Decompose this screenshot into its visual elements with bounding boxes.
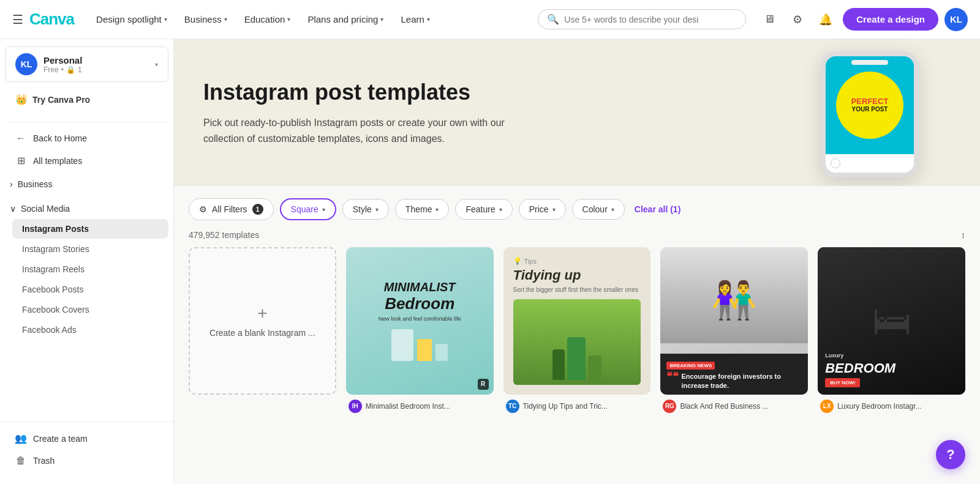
chevron-down-icon: ▾ bbox=[224, 16, 227, 23]
main-layout: KL Personal Free • 🔒 1 ▾ 👑 Try Canva Pro… bbox=[0, 39, 980, 484]
chevron-down-icon: ▾ bbox=[287, 16, 290, 23]
topnav-right-area: 🖥 ⚙ 🔔 Create a design KL bbox=[758, 8, 968, 31]
sidebar-bottom: 👥 Create a team 🗑 Trash bbox=[0, 422, 173, 477]
results-count: 479,952 templates bbox=[189, 230, 259, 240]
create-blank-label: Create a blank Instagram ... bbox=[202, 328, 323, 338]
minimalist-bedroom-card-wrapper[interactable]: MINIMALISTBedroom New look and feel comf… bbox=[346, 247, 494, 415]
filter-bar: ⚙ All Filters 1 Square ▾ Style ▾ Theme ▾… bbox=[174, 186, 980, 228]
luxury-template[interactable]: 🛏 Luxury BEDROOM BUY NOW! bbox=[818, 247, 965, 395]
nav-learn[interactable]: Learn ▾ bbox=[393, 9, 437, 29]
sidebar-section-title-social-media[interactable]: ∨ Social Media bbox=[5, 199, 168, 218]
nav-links: Design spotlight ▾ Business ▾ Education … bbox=[89, 9, 533, 29]
chevron-right-icon: › bbox=[10, 179, 13, 189]
hamburger-menu-icon[interactable]: ☰ bbox=[12, 12, 23, 27]
news-card-label: Black And Red Business ... bbox=[680, 402, 768, 411]
create-team-label: Create a team bbox=[33, 434, 88, 444]
colour-filter-button[interactable]: Colour ▾ bbox=[572, 199, 625, 220]
chevron-down-icon: ▾ bbox=[499, 206, 502, 213]
all-filters-button[interactable]: ⚙ All Filters 1 bbox=[189, 198, 274, 220]
top-navigation: ☰ Canva Design spotlight ▾ Business ▾ Ed… bbox=[0, 0, 980, 39]
tidying-up-card-label: Tidying Up Tips and Tric... bbox=[523, 402, 608, 411]
all-filters-label: All Filters bbox=[212, 204, 247, 214]
sidebar-item-facebook-covers[interactable]: Facebook Covers bbox=[12, 300, 168, 319]
theme-filter-button[interactable]: Theme ▾ bbox=[395, 199, 450, 220]
monitor-icon[interactable]: 🖥 bbox=[758, 9, 780, 31]
chevron-down-icon: ▾ bbox=[155, 61, 158, 68]
chevron-down-icon: ▾ bbox=[611, 206, 614, 213]
trash-label: Trash bbox=[33, 456, 55, 466]
lock-icon: 🔒 bbox=[66, 65, 75, 74]
phone-bottom-bar bbox=[826, 154, 914, 173]
phone-screen-inner: PERFECT YOUR POST bbox=[836, 72, 903, 139]
sidebar-section-title-business[interactable]: › Business bbox=[5, 174, 168, 194]
style-filter-label: Style bbox=[353, 204, 372, 214]
phone-heart-icon bbox=[831, 158, 840, 168]
try-canva-pro-button[interactable]: 👑 Try Canva Pro bbox=[5, 87, 168, 112]
sidebar-item-facebook-posts[interactable]: Facebook Posts bbox=[12, 280, 168, 299]
search-bar[interactable]: 🔍 bbox=[538, 9, 746, 29]
style-filter-button[interactable]: Style ▾ bbox=[342, 199, 389, 220]
try-pro-label: Try Canva Pro bbox=[32, 95, 90, 105]
clear-all-button[interactable]: Clear all (1) bbox=[631, 201, 684, 218]
crown-icon: 👑 bbox=[15, 94, 28, 105]
tidying-up-card-wrapper[interactable]: 💡 Tips Tidying up Sort the bigger stuff … bbox=[503, 247, 651, 415]
luxury-card-avatar: LX bbox=[820, 400, 834, 413]
phone-notch bbox=[851, 60, 888, 65]
nav-business[interactable]: Business ▾ bbox=[177, 9, 235, 29]
create-design-button[interactable]: Create a design bbox=[843, 8, 938, 31]
colour-filter-label: Colour bbox=[582, 204, 608, 214]
sidebar-item-back-home[interactable]: ← Back to Home bbox=[5, 127, 168, 149]
chevron-down-icon: ▾ bbox=[427, 16, 430, 23]
user-avatar[interactable]: KL bbox=[944, 8, 968, 31]
sidebar-item-instagram-posts[interactable]: Instagram Posts bbox=[12, 219, 168, 239]
chevron-down-icon: ▾ bbox=[375, 206, 379, 213]
sidebar-item-create-team[interactable]: 👥 Create a team bbox=[5, 427, 168, 450]
news-card-wrapper[interactable]: 👫 BREAKING NEWS ❝❝ Encourage foreign inv… bbox=[660, 247, 808, 415]
create-blank-template[interactable]: + Create a blank Instagram ... bbox=[189, 247, 336, 395]
square-filter-button[interactable]: Square ▾ bbox=[280, 198, 336, 220]
news-card-avatar: RG bbox=[663, 400, 676, 413]
sidebar-item-facebook-ads[interactable]: Facebook Ads bbox=[12, 320, 168, 340]
settings-icon[interactable]: ⚙ bbox=[786, 9, 809, 31]
chevron-down-icon: ▾ bbox=[435, 206, 439, 213]
feature-filter-label: Feature bbox=[466, 204, 495, 214]
trash-icon: 🗑 bbox=[15, 455, 27, 466]
luxury-card-wrapper[interactable]: 🛏 Luxury BEDROOM BUY NOW! LX Luxury Bedr… bbox=[818, 247, 965, 415]
team-icon: 👥 bbox=[15, 433, 27, 444]
main-content: Instagram post templates Pick out ready-… bbox=[174, 39, 980, 484]
notifications-icon[interactable]: 🔔 bbox=[815, 9, 837, 31]
sidebar-item-all-templates[interactable]: ⊞ All templates bbox=[5, 149, 168, 172]
sidebar: KL Personal Free • 🔒 1 ▾ 👑 Try Canva Pro… bbox=[0, 39, 174, 484]
business-label: Business bbox=[18, 179, 53, 189]
minimalist-bedroom-template[interactable]: MINIMALISTBedroom New look and feel comf… bbox=[346, 247, 494, 395]
sort-button[interactable]: ↕ bbox=[961, 230, 965, 240]
account-info: Personal Free • 🔒 1 bbox=[43, 55, 149, 74]
sidebar-item-instagram-reels[interactable]: Instagram Reels bbox=[12, 259, 168, 279]
filter-sliders-icon: ⚙ bbox=[199, 204, 207, 214]
arrow-left-icon: ← bbox=[15, 133, 27, 144]
nav-education[interactable]: Education ▾ bbox=[237, 9, 298, 29]
nav-plans-pricing[interactable]: Plans and pricing ▾ bbox=[300, 9, 391, 29]
chevron-down-icon: ▾ bbox=[164, 16, 167, 23]
search-input[interactable] bbox=[564, 15, 737, 24]
nav-design-spotlight[interactable]: Design spotlight ▾ bbox=[89, 9, 175, 29]
sidebar-item-trash[interactable]: 🗑 Trash bbox=[5, 450, 168, 472]
sidebar-item-instagram-stories[interactable]: Instagram Stories bbox=[12, 239, 168, 259]
square-filter-label: Square bbox=[291, 204, 318, 214]
price-filter-button[interactable]: Price ▾ bbox=[519, 199, 566, 220]
tidying-up-template[interactable]: 💡 Tips Tidying up Sort the bigger stuff … bbox=[503, 247, 651, 395]
feature-filter-button[interactable]: Feature ▾ bbox=[455, 199, 512, 220]
luxury-card-label: Luxury Bedroom Instagr... bbox=[837, 402, 921, 411]
minimalist-card-label-row: IH Minimalist Bedroom Inst... bbox=[346, 395, 494, 415]
plus-icon: + bbox=[257, 303, 267, 323]
logo-area: ☰ Canva bbox=[12, 10, 74, 29]
help-button[interactable]: ? bbox=[936, 440, 965, 469]
back-home-label: Back to Home bbox=[33, 133, 87, 143]
canva-logo[interactable]: Canva bbox=[29, 10, 74, 29]
news-card-label-row: RG Black And Red Business ... bbox=[660, 395, 808, 415]
news-template[interactable]: 👫 BREAKING NEWS ❝❝ Encourage foreign inv… bbox=[660, 247, 808, 395]
account-selector[interactable]: KL Personal Free • 🔒 1 ▾ bbox=[5, 47, 168, 82]
phone-image: PERFECT YOUR POST bbox=[821, 51, 919, 177]
create-blank-card[interactable]: + Create a blank Instagram ... bbox=[189, 247, 336, 415]
theme-filter-label: Theme bbox=[405, 204, 432, 214]
